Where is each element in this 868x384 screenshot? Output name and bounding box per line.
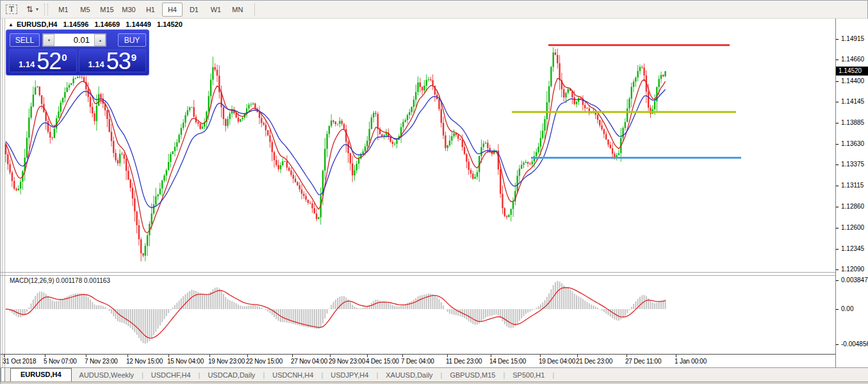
chevron-down-icon: ▾ — [36, 6, 38, 12]
volume-decrease-button[interactable]: ▼ — [43, 34, 54, 46]
volume-input[interactable]: 0.01 — [54, 34, 94, 46]
tab-usdcnh-h4[interactable]: USDCNH,H4 — [265, 371, 321, 379]
macd-splitter-top[interactable] — [1, 272, 835, 273]
buy-price-main: 1.14 — [88, 60, 104, 69]
price-axis-label: 1.13630 — [841, 140, 864, 147]
price-axis-label: 1.13885 — [841, 119, 864, 126]
trade-panel-top-row: SELL ▼ 0.01 ▲ BUY — [6, 33, 149, 47]
chart-title: ▲EURUSD,H4 1.14596 1.14669 1.14449 1.145… — [8, 20, 183, 28]
time-axis-label: 12 Nov 15:00 — [126, 358, 163, 365]
tab-usdjpy-h4[interactable]: USDJPY,H4 — [323, 371, 376, 379]
tab-items: AUDUSD,Weekly|USDCHF,H4|USDCAD,Daily|USD… — [72, 371, 555, 379]
status-strip — [1, 381, 868, 384]
time-axis-tick — [127, 355, 128, 357]
timeframe-button-w1[interactable]: W1 — [206, 3, 226, 17]
macd-axis-zero-tick — [836, 309, 839, 310]
ohlc-high: 1.14669 — [94, 20, 120, 28]
time-axis-label: 11 Dec 23:00 — [446, 358, 482, 365]
tab-usdchf-h4[interactable]: USDCHF,H4 — [143, 371, 199, 379]
price-axis-label-tick — [836, 228, 839, 228]
time-axis-tick — [330, 355, 331, 357]
time-axis-tick — [491, 355, 491, 357]
timeframe-button-m5[interactable]: M5 — [75, 3, 95, 17]
macd-histogram — [5, 281, 666, 344]
price-axis[interactable]: 1.149151.146601.144001.141451.138851.136… — [835, 19, 868, 367]
price-axis-label: 1.14915 — [841, 35, 864, 42]
tab-audusd-weekly[interactable]: AUDUSD,Weekly — [72, 371, 142, 379]
price-axis-label-tick — [836, 102, 839, 102]
trade-panel-quotes: 1.14520 1.14539 — [9, 49, 146, 72]
sell-price-pip: 0 — [61, 52, 67, 63]
time-axis-label: 19 Dec 04:00 — [539, 358, 575, 365]
tab-separator: | — [552, 371, 554, 379]
time-axis-tick — [247, 355, 248, 357]
time-axis-tick — [209, 355, 210, 357]
tab-eurusd-h4[interactable]: EURUSD,H4 — [10, 368, 72, 381]
price-axis-label-tick — [836, 123, 839, 124]
buy-price-display[interactable]: 1.14539 — [79, 49, 147, 72]
updown-arrows-icon: ⇅ — [26, 5, 33, 13]
text-tool-button[interactable]: T — [4, 3, 19, 15]
time-axis-tick — [168, 355, 169, 357]
price-axis-label-tick — [836, 144, 839, 145]
price-axis-label: 1.13115 — [841, 182, 864, 189]
sell-price-main: 1.14 — [19, 60, 35, 69]
tab-scroll-handle[interactable] — [1, 368, 5, 381]
timeframe-button-h1[interactable]: H1 — [140, 3, 161, 17]
macd-indicator-label: MACD(12,26,9) 0.001178 0.001163 — [10, 277, 110, 284]
timeframe-button-m30[interactable]: M30 — [119, 3, 139, 17]
sell-button[interactable]: SELL — [10, 33, 40, 47]
time-axis-tick — [292, 355, 293, 357]
price-axis-label: 1.12090 — [841, 266, 864, 273]
timeframe-button-m1[interactable]: M1 — [53, 3, 74, 17]
tab-xauusd-daily[interactable]: XAUUSD,Daily — [378, 371, 440, 379]
time-axis-tick — [626, 355, 627, 357]
price-axis-label-tick — [836, 186, 839, 186]
sell-price-display[interactable]: 1.14520 — [9, 49, 77, 72]
spinner-up-icon: ▲ — [98, 38, 102, 42]
time-axis-label: 7 Nov 23:00 — [85, 358, 118, 365]
time-axis-label: 21 Dec 23:00 — [576, 358, 612, 365]
price-axis-label: 1.13375 — [841, 161, 864, 168]
chart-area: ▲EURUSD,H4 1.14596 1.14669 1.14449 1.145… — [1, 19, 868, 367]
macd-splitter-bottom[interactable] — [1, 275, 835, 276]
time-axis-tick — [402, 355, 403, 357]
time-axis-label: 1 Jan 00:00 — [675, 358, 707, 365]
time-axis-tick — [45, 355, 45, 357]
buy-button[interactable]: BUY — [118, 33, 146, 47]
ohlc-low: 1.14449 — [126, 20, 151, 28]
time-axis-tick — [447, 355, 448, 357]
level-lines — [512, 45, 741, 158]
timeframe-button-h4[interactable]: H4 — [162, 3, 183, 17]
time-axis-tick — [86, 355, 86, 357]
volume-increase-button[interactable]: ▲ — [94, 34, 106, 46]
tab-usdcad-daily[interactable]: USDCAD,Daily — [200, 371, 263, 379]
arrange-windows-button[interactable]: ⇅ ▾ — [26, 5, 38, 13]
tab-gbpusd-m15[interactable]: GBPUSD,M15 — [442, 371, 503, 379]
symbol-label: EURUSD,H4 — [17, 20, 58, 28]
time-axis-label: 27 Nov 04:00 — [291, 358, 327, 365]
price-axis-label-tick — [836, 39, 839, 40]
timeframe-button-mn[interactable]: MN — [227, 3, 248, 17]
macd-axis-zero: 0.00 — [841, 305, 853, 312]
time-axis-tick — [4, 355, 4, 357]
ohlc-close: 1.14520 — [157, 20, 183, 28]
price-axis-label-tick — [836, 164, 839, 165]
macd-axis-min-tick — [836, 344, 839, 345]
sell-price-big: 52 — [37, 51, 61, 72]
price-axis-label-tick — [836, 249, 839, 250]
price-axis-label: 1.14400 — [841, 77, 864, 84]
time-axis-tick — [540, 355, 541, 357]
price-axis-label: 1.12860 — [841, 203, 864, 210]
time-axis-label: 15 Nov 04:00 — [167, 358, 204, 365]
time-axis[interactable]: 31 Oct 20185 Nov 07:007 Nov 23:0012 Nov … — [1, 354, 835, 367]
toolbar: T ⇅ ▾ M1M5M15M30H1H4D1W1MN — [1, 1, 867, 19]
tab-sp500-h1[interactable]: SP500,H1 — [505, 371, 552, 379]
timeframe-button-d1[interactable]: D1 — [184, 3, 204, 17]
timeframe-button-m15[interactable]: M15 — [97, 3, 117, 17]
collapse-triangle-icon: ▲ — [8, 22, 13, 28]
time-axis-label: 27 Dec 11:00 — [625, 358, 661, 365]
price-axis-label: 1.12345 — [841, 245, 864, 252]
candles-layer — [5, 47, 666, 262]
toolbar-grip — [44, 4, 48, 15]
